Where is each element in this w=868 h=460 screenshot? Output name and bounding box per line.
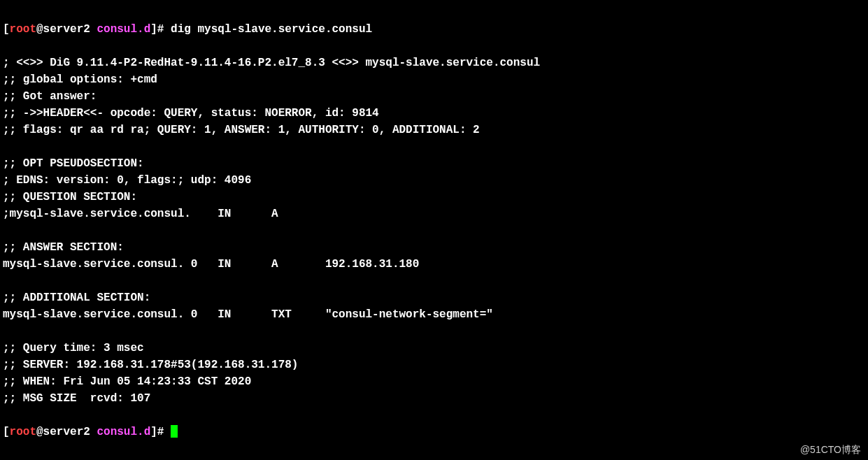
output-line: ;; flags: qr aa rd ra; QUERY: 1, ANSWER:… [3, 124, 480, 136]
prompt-bracket-open: [ [3, 426, 10, 438]
prompt-host: @server2 [36, 23, 97, 36]
prompt-bracket-open: [ [3, 23, 10, 36]
watermark-text: @51CTO博客 [800, 443, 861, 457]
output-line: ;; SERVER: 192.168.31.178#53(192.168.31.… [3, 359, 298, 371]
output-line: ;; WHEN: Fri Jun 05 14:23:33 CST 2020 [3, 375, 251, 388]
output-line: ;; global options: +cmd [3, 73, 157, 86]
prompt-dir: consul.d [97, 426, 150, 438]
output-line: ;; OPT PSEUDOSECTION: [3, 157, 144, 170]
output-line: ;; Query time: 3 msec [3, 342, 144, 354]
output-line: ;; QUESTION SECTION: [3, 191, 137, 203]
command-text: dig mysql-slave.service.consul [171, 23, 372, 36]
output-line: ;; ->>HEADER<<- opcode: QUERY, status: N… [3, 107, 379, 120]
output-line: mysql-slave.service.consul. 0 IN TXT "co… [3, 308, 493, 321]
prompt-dir: consul.d [97, 23, 150, 36]
output-line: ; EDNS: version: 0, flags:; udp: 4096 [3, 174, 251, 187]
terminal-window[interactable]: [root@server2 consul.d]# dig mysql-slave… [0, 0, 868, 445]
cursor-icon [171, 425, 178, 438]
output-line: ;; ANSWER SECTION: [3, 241, 124, 254]
output-line: ; <<>> DiG 9.11.4-P2-RedHat-9.11.4-16.P2… [3, 57, 540, 69]
output-line: ;; MSG SIZE rcvd: 107 [3, 392, 150, 405]
output-line: ;; Got answer: [3, 90, 97, 103]
prompt-bracket-close: ]# [150, 23, 171, 36]
prompt-user: root [10, 23, 36, 36]
prompt-host: @server2 [36, 426, 97, 438]
prompt-bracket-close: ]# [150, 426, 171, 438]
output-line: ;mysql-slave.service.consul. IN A [3, 208, 278, 220]
prompt-line-2[interactable]: [root@server2 consul.d]# [3, 426, 178, 438]
prompt-line-1: [root@server2 consul.d]# dig mysql-slave… [3, 23, 372, 36]
output-line: ;; ADDITIONAL SECTION: [3, 292, 150, 304]
output-line: mysql-slave.service.consul. 0 IN A 192.1… [3, 258, 419, 271]
prompt-user: root [10, 426, 36, 438]
